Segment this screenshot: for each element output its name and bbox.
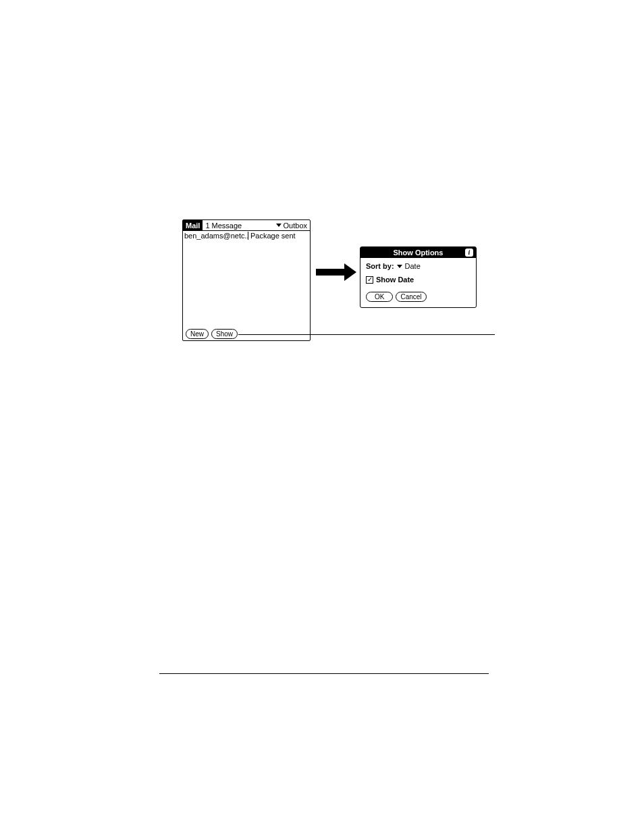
dialog-title-text: Show Options [394, 249, 444, 257]
chevron-down-icon [397, 265, 402, 268]
mail-header: Mail 1 Message Outbox [183, 220, 310, 231]
show-date-label: Show Date [376, 276, 414, 284]
arrow-icon [316, 263, 356, 281]
mail-app-title: Mail [183, 220, 203, 230]
dialog-footer: OK Cancel [366, 289, 471, 302]
show-options-dialog: Show Options i Sort by: Date ✓ Show Date… [360, 246, 477, 308]
mail-message-row[interactable]: ben_adams@netc... Package sent [183, 231, 310, 240]
show-button[interactable]: Show [211, 329, 238, 339]
show-date-checkbox[interactable]: ✓ [366, 276, 373, 284]
sort-by-row: Sort by: Date [366, 262, 471, 270]
mail-window: Mail 1 Message Outbox ben_adams@netc... … [182, 219, 311, 341]
mail-folder-label: Outbox [284, 221, 307, 230]
mail-message-list: ben_adams@netc... Package sent [183, 231, 310, 329]
figure-container: Mail 1 Message Outbox ben_adams@netc... … [182, 219, 479, 348]
dialog-title: Show Options i [360, 247, 476, 258]
dialog-body: Sort by: Date ✓ Show Date OK Cancel [360, 258, 476, 307]
sort-by-selector[interactable]: Date [405, 262, 421, 270]
connector-line [238, 334, 495, 335]
mail-subject-cell: Package sent [248, 232, 296, 240]
cancel-button[interactable]: Cancel [396, 292, 426, 302]
ok-button[interactable]: OK [366, 292, 393, 302]
info-icon[interactable]: i [465, 249, 473, 257]
sort-by-label: Sort by: [366, 262, 394, 270]
mail-folder-selector[interactable]: Outbox [276, 221, 310, 230]
mail-message-count: 1 Message [203, 221, 275, 230]
new-button[interactable]: New [186, 329, 209, 339]
horizontal-rule [159, 673, 489, 674]
show-date-row: ✓ Show Date [366, 276, 471, 284]
mail-from-cell: ben_adams@netc... [184, 232, 248, 240]
chevron-down-icon [276, 224, 281, 227]
